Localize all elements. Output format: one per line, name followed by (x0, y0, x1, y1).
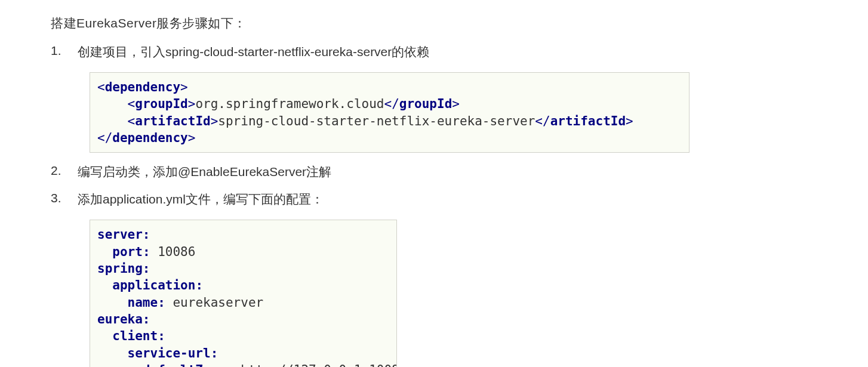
yaml-colon: : (143, 261, 150, 276)
xml-groupid-open: groupId (135, 97, 188, 111)
xml-dependency-close: dependency (112, 131, 187, 145)
yaml-colon: : (158, 329, 165, 343)
yaml-serviceurl-key: service-url (128, 346, 211, 360)
yaml-defaultzone-value: http://127.0.0.1:10086/eureka/ (233, 363, 397, 367)
yaml-colon: : (195, 278, 203, 292)
yaml-spring-key: spring (97, 261, 143, 276)
xml-bracket: > (452, 97, 460, 111)
yaml-colon: : (143, 312, 150, 326)
step-1: 创建项目，引入spring-cloud-starter-netflix-eure… (51, 44, 817, 153)
yaml-colon: : (226, 363, 233, 367)
yaml-defaultzone-key: defaultZone (143, 363, 226, 367)
xml-bracket: < (128, 114, 136, 128)
xml-bracket: > (188, 131, 196, 145)
xml-bracket: < (97, 80, 105, 94)
yaml-eureka-key: eureka (97, 312, 143, 326)
xml-bracket: > (188, 97, 196, 111)
xml-code-block: <dependency> <groupId>org.springframewor… (90, 72, 690, 153)
yaml-name-key: name (128, 295, 158, 310)
step-2-text: 编写启动类，添加@EnableEurekaServer注解 (78, 165, 331, 178)
yaml-code-block: server: port: 10086 spring: application:… (90, 220, 397, 367)
yaml-colon: : (158, 295, 165, 310)
yaml-colon: : (143, 245, 150, 259)
xml-bracket: > (211, 114, 218, 128)
xml-bracket: </ (535, 114, 550, 128)
step-1-text: 创建项目，引入spring-cloud-starter-netflix-eure… (78, 45, 429, 58)
steps-list: 创建项目，引入spring-cloud-starter-netflix-eure… (51, 44, 817, 367)
yaml-name-value: eurekaserver (165, 295, 263, 310)
xml-bracket: > (180, 80, 188, 94)
xml-artifactid-open: artifactId (135, 114, 210, 128)
xml-dependency-open: dependency (105, 80, 180, 94)
yaml-colon: : (143, 227, 150, 242)
xml-bracket: < (128, 97, 136, 111)
xml-bracket: </ (97, 131, 112, 145)
yaml-server-key: server (97, 227, 143, 242)
step-2: 编写启动类，添加@EnableEurekaServer注解 (51, 164, 817, 180)
yaml-colon: : (211, 346, 218, 360)
xml-artifactid-value: spring-cloud-starter-netflix-eureka-serv… (218, 114, 535, 128)
step-3: 添加application.yml文件，编写下面的配置： server: por… (51, 191, 817, 367)
xml-artifactid-close: artifactId (550, 114, 626, 128)
intro-text: 搭建EurekaServer服务步骤如下： (51, 15, 817, 32)
xml-bracket: > (626, 114, 633, 128)
yaml-application-key: application (112, 278, 195, 292)
yaml-port-key: port (112, 245, 143, 259)
xml-bracket: </ (384, 97, 399, 111)
yaml-client-key: client (112, 329, 158, 343)
xml-groupid-close: groupId (399, 97, 453, 111)
step-3-text: 添加application.yml文件，编写下面的配置： (78, 192, 324, 206)
yaml-port-value: 10086 (150, 245, 196, 259)
xml-groupid-value: org.springframework.cloud (195, 97, 384, 111)
